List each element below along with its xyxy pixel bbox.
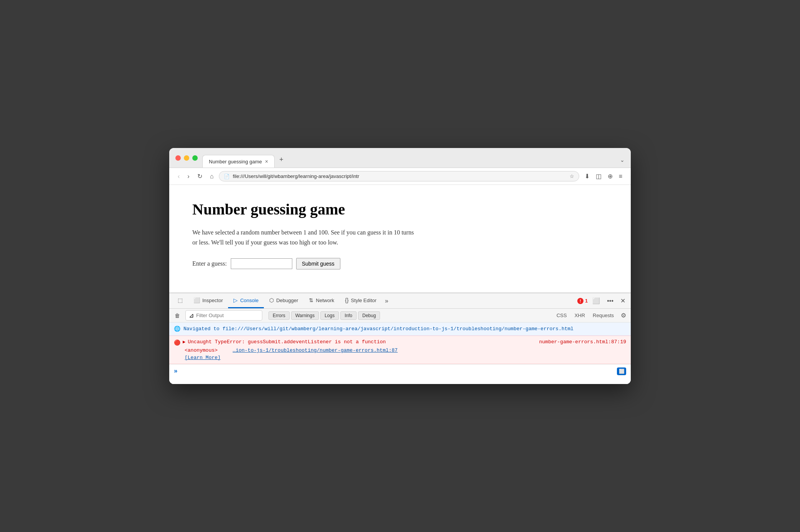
url-display: file:///Users/will/git/wbamberg/learning… bbox=[233, 173, 566, 179]
console-tab-label: Console bbox=[240, 298, 258, 303]
filter-errors-button[interactable]: Errors bbox=[268, 311, 290, 320]
globe-icon: 🌐 bbox=[174, 326, 180, 332]
filter-icon: ⊿ bbox=[189, 312, 194, 319]
devtools-tab-debugger[interactable]: ⬡ Debugger bbox=[264, 293, 303, 308]
expand-arrow[interactable]: ▶ bbox=[183, 339, 185, 345]
error-badge: ! 1 bbox=[577, 298, 588, 304]
game-description: We have selected a random number between… bbox=[192, 228, 415, 247]
nav-actions: ⬇ ◫ ⊕ ≡ bbox=[582, 171, 625, 181]
close-button[interactable] bbox=[175, 155, 181, 161]
filter-xhr-button[interactable]: XHR bbox=[572, 311, 587, 319]
console-prompt: » bbox=[174, 368, 178, 375]
home-button[interactable]: ⌂ bbox=[208, 171, 216, 181]
inspector-icon: ⬜ bbox=[193, 297, 200, 303]
devtools-more-tabs[interactable]: » bbox=[382, 294, 392, 308]
error-detail: <anonymous> …ion-to-js-1/troubleshooting… bbox=[185, 346, 626, 353]
close-devtools-button[interactable]: ✕ bbox=[618, 295, 628, 307]
learn-more-row: [Learn More] bbox=[185, 353, 626, 361]
console-sidebar-toggle[interactable]: ⬜ bbox=[617, 367, 626, 375]
filter-output-input[interactable] bbox=[196, 313, 258, 318]
debugger-icon: ⬡ bbox=[269, 297, 274, 303]
clear-console-button[interactable]: 🗑 bbox=[172, 311, 182, 320]
filter-requests-button[interactable]: Requests bbox=[590, 311, 616, 319]
page-title: Number guessing game bbox=[192, 200, 608, 218]
browser-window: Number guessing game × + ⌄ ‹ › ↻ ⌂ 📄 fil… bbox=[169, 148, 631, 384]
tab-title: Number guessing game bbox=[209, 159, 262, 165]
devtools-tab-inspector[interactable]: ⬜ Inspector bbox=[188, 293, 228, 308]
devtools-tab-style-editor[interactable]: {} Style Editor bbox=[340, 293, 382, 308]
extra-filters: CSS XHR Requests ⚙ bbox=[554, 310, 628, 321]
filter-input-wrapper[interactable]: ⊿ bbox=[185, 310, 262, 321]
console-error-row: 🔴 ▶ Uncaught TypeError: guessSubmit.adde… bbox=[169, 336, 631, 364]
download-button[interactable]: ⬇ bbox=[582, 171, 592, 181]
console-input-row: » ⬜ bbox=[169, 364, 631, 378]
devtools-toolbar: ⬚ ⬜ Inspector ▷ Console ⬡ Debugger ⇅ Net… bbox=[169, 293, 631, 309]
filter-css-button[interactable]: CSS bbox=[554, 311, 569, 319]
console-nav-message: 🌐 Navigated to file:///Users/will/git/wb… bbox=[169, 323, 631, 336]
address-bar[interactable]: 📄 file:///Users/will/git/wbamberg/learni… bbox=[219, 171, 579, 181]
rss-button[interactable]: ◫ bbox=[593, 171, 604, 181]
network-icon: ⇅ bbox=[309, 297, 313, 303]
devtools-panel: ⬚ ⬜ Inspector ▷ Console ⬡ Debugger ⇅ Net… bbox=[169, 293, 631, 384]
title-bar: Number guessing game × + ⌄ bbox=[169, 148, 631, 168]
dock-button[interactable]: ⬜ bbox=[590, 295, 602, 307]
tabs-area: Number guessing game × + ⌄ bbox=[202, 153, 625, 168]
console-icon: ▷ bbox=[233, 297, 238, 303]
learn-more-link[interactable]: [Learn More] bbox=[185, 355, 221, 361]
bookmark-icon[interactable]: ☆ bbox=[570, 173, 574, 179]
error-detail2-link[interactable]: …ion-to-js-1/troubleshooting/number-game… bbox=[233, 347, 398, 353]
filter-warnings-button[interactable]: Warnings bbox=[291, 311, 319, 320]
console-input[interactable] bbox=[180, 369, 615, 374]
game-input-row: Enter a guess: Submit guess bbox=[192, 258, 608, 269]
error-main-line: 🔴 ▶ Uncaught TypeError: guessSubmit.adde… bbox=[174, 339, 626, 346]
devtools-tab-console[interactable]: ▷ Console bbox=[228, 293, 264, 308]
error-location-link[interactable]: number-game-errors.html:87:19 bbox=[539, 339, 626, 345]
tab-list-button[interactable]: ⌄ bbox=[620, 157, 625, 168]
inspector-tab-label: Inspector bbox=[202, 298, 223, 303]
console-filter-bar: 🗑 ⊿ Errors Warnings Logs Info Debug CSS … bbox=[169, 309, 631, 323]
style-editor-tab-label: Style Editor bbox=[351, 298, 376, 303]
console-output: 🌐 Navigated to file:///Users/will/git/wb… bbox=[169, 323, 631, 384]
error-circle: ! bbox=[577, 298, 583, 304]
devtools-tab-pointer[interactable]: ⬚ bbox=[172, 293, 188, 308]
active-tab[interactable]: Number guessing game × bbox=[202, 155, 275, 168]
back-button[interactable]: ‹ bbox=[175, 171, 182, 181]
nav-bar: ‹ › ↻ ⌂ 📄 file:///Users/will/git/wbamber… bbox=[169, 168, 631, 185]
page-icon: 📄 bbox=[224, 174, 230, 179]
nav-message-text: Navigated to file:///Users/will/git/wbam… bbox=[183, 326, 573, 332]
traffic-lights bbox=[175, 155, 198, 165]
sidebar-toggle-icon: ⬜ bbox=[619, 369, 625, 374]
filter-buttons: Errors Warnings Logs Info Debug bbox=[268, 311, 380, 320]
minimize-button[interactable] bbox=[184, 155, 189, 161]
menu-button[interactable]: ≡ bbox=[617, 171, 625, 181]
filter-info-button[interactable]: Info bbox=[340, 311, 357, 320]
style-editor-icon: {} bbox=[345, 297, 348, 303]
tab-close-button[interactable]: × bbox=[265, 158, 268, 165]
debugger-tab-label: Debugger bbox=[276, 298, 298, 303]
devtools-actions: ! 1 ⬜ ••• ✕ bbox=[577, 295, 628, 307]
error-detail1: <anonymous> bbox=[185, 347, 218, 353]
network-tab-label: Network bbox=[316, 298, 334, 303]
guess-input[interactable] bbox=[231, 258, 292, 269]
new-tab-button[interactable]: + bbox=[275, 153, 288, 168]
guess-label: Enter a guess: bbox=[192, 260, 227, 267]
reload-button[interactable]: ↻ bbox=[195, 171, 205, 181]
filter-logs-button[interactable]: Logs bbox=[320, 311, 339, 320]
devtools-tab-network[interactable]: ⇅ Network bbox=[303, 293, 340, 308]
error-count: 1 bbox=[585, 298, 588, 304]
page-content: Number guessing game We have selected a … bbox=[169, 185, 631, 293]
extensions-button[interactable]: ⊕ bbox=[605, 171, 615, 181]
more-options-button[interactable]: ••• bbox=[605, 295, 616, 307]
forward-button[interactable]: › bbox=[185, 171, 192, 181]
submit-guess-button[interactable]: Submit guess bbox=[296, 258, 340, 269]
filter-debug-button[interactable]: Debug bbox=[358, 311, 380, 320]
error-icon: 🔴 bbox=[174, 339, 180, 346]
console-settings-button[interactable]: ⚙ bbox=[619, 310, 628, 321]
pointer-icon: ⬚ bbox=[178, 297, 183, 303]
maximize-button[interactable] bbox=[192, 155, 198, 161]
error-message-text: Uncaught TypeError: guessSubmit.addevent… bbox=[188, 339, 537, 345]
